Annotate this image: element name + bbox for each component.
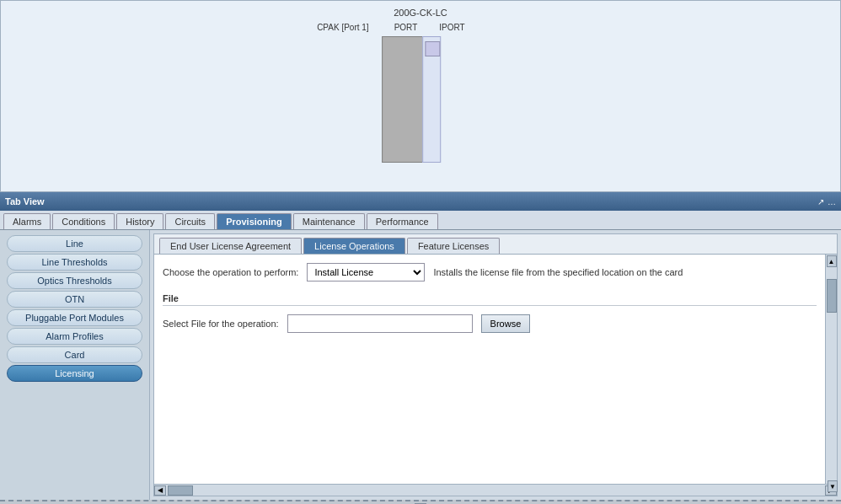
file-section-header: File bbox=[163, 293, 817, 306]
sub-tab-license-operations[interactable]: License Operations bbox=[303, 238, 405, 254]
tab-history[interactable]: History bbox=[116, 213, 163, 229]
diagram-area: 200G-CK-LC CPAK [Port 1] PORT IPORT bbox=[0, 0, 841, 192]
iport-label: IPORT bbox=[439, 23, 464, 32]
port-labels: CPAK [Port 1] PORT IPORT bbox=[317, 23, 465, 32]
sidebar-item-line[interactable]: Line bbox=[7, 235, 142, 252]
tabview-header: Tab View ↗ … bbox=[0, 192, 841, 211]
sub-tabs-bar: End User License Agreement License Opera… bbox=[154, 234, 837, 255]
expand-icon[interactable]: ↗ bbox=[817, 197, 824, 206]
iport-box-visual bbox=[425, 41, 440, 56]
sidebar-item-alarm-profiles[interactable]: Alarm Profiles bbox=[7, 328, 142, 345]
device-label: 200G-CK-LC bbox=[394, 8, 447, 18]
sidebar-item-card[interactable]: Card bbox=[7, 346, 142, 363]
operation-row: Choose the operation to perform: Install… bbox=[163, 263, 817, 281]
tabview-icons: ↗ … bbox=[817, 197, 836, 206]
tabview-title: Tab View bbox=[5, 196, 45, 206]
tab-conditions[interactable]: Conditions bbox=[52, 213, 115, 229]
scroll-left-arrow[interactable]: ◀ bbox=[154, 485, 166, 496]
operation-select[interactable]: Install License bbox=[307, 263, 425, 281]
right-panel: End User License Agreement License Opera… bbox=[153, 233, 838, 496]
sidebar-item-pluggable[interactable]: Pluggable Port Modules bbox=[7, 309, 142, 326]
sidebar-item-licensing[interactable]: Licensing bbox=[7, 365, 142, 382]
cpak-port-visual bbox=[382, 36, 427, 163]
menu-icon[interactable]: … bbox=[828, 197, 836, 206]
panel-body: Choose the operation to perform: Install… bbox=[154, 255, 825, 484]
cpak-label: CPAK [Port 1] bbox=[317, 23, 369, 32]
operation-note: Installs the license file from the speci… bbox=[433, 267, 817, 277]
horizontal-scrollbar[interactable]: ◀ ▶ bbox=[154, 484, 837, 496]
panel-container: Choose the operation to perform: Install… bbox=[154, 255, 837, 484]
sidebar-item-otn[interactable]: OTN bbox=[7, 291, 142, 308]
file-label: Select File for the operation: bbox=[163, 319, 279, 329]
port-label: PORT bbox=[394, 23, 418, 32]
browse-button[interactable]: Browse bbox=[481, 314, 531, 333]
tab-alarms[interactable]: Alarms bbox=[3, 213, 51, 229]
file-row: Select File for the operation: Browse bbox=[163, 314, 817, 333]
tab-provisioning[interactable]: Provisioning bbox=[217, 213, 292, 229]
tab-maintenance[interactable]: Maintenance bbox=[293, 213, 365, 229]
vertical-scrollbar[interactable]: ▲ ▼ bbox=[825, 255, 837, 484]
main-tabs-bar: Alarms Conditions History Circuits Provi… bbox=[0, 211, 841, 230]
file-input[interactable] bbox=[287, 314, 473, 333]
sub-tab-feature-licenses[interactable]: Feature Licenses bbox=[407, 238, 500, 254]
scroll-up-arrow[interactable]: ▲ bbox=[827, 255, 837, 267]
content-area: Line Line Thresholds Optics Thresholds O… bbox=[0, 230, 841, 500]
operation-label: Choose the operation to perform: bbox=[163, 267, 298, 277]
sub-tab-eula[interactable]: End User License Agreement bbox=[159, 238, 302, 254]
sidebar: Line Line Thresholds Optics Thresholds O… bbox=[0, 230, 150, 500]
bottom-resize-area bbox=[0, 500, 841, 504]
sidebar-item-optics-thresholds[interactable]: Optics Thresholds bbox=[7, 272, 142, 289]
sidebar-item-line-thresholds[interactable]: Line Thresholds bbox=[7, 254, 142, 271]
tab-circuits[interactable]: Circuits bbox=[165, 213, 215, 229]
horizontal-scroll-thumb[interactable] bbox=[168, 485, 193, 496]
tab-performance[interactable]: Performance bbox=[367, 213, 438, 229]
scroll-thumb[interactable] bbox=[827, 279, 837, 313]
scroll-down-arrow[interactable]: ▼ bbox=[828, 480, 838, 492]
